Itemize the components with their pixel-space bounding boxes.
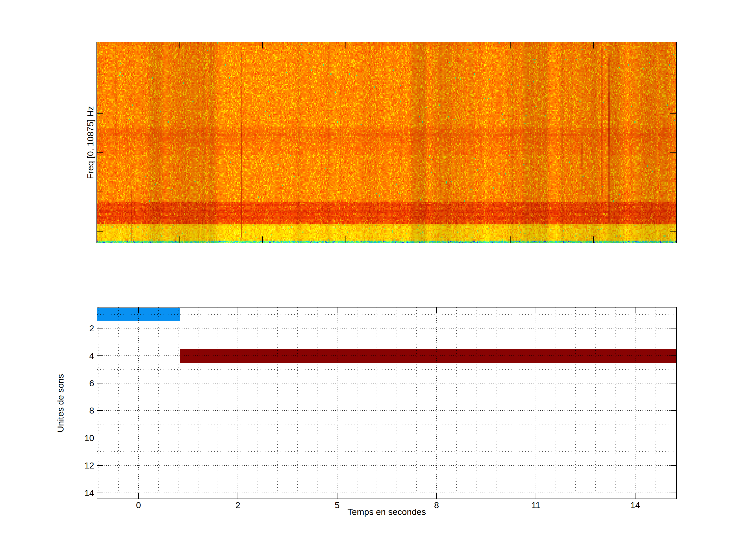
- spectrogram-y-tick-mark: [97, 192, 103, 192]
- grid-line-x-major: [238, 308, 238, 499]
- x-tick-mark: [436, 308, 437, 313]
- y-tick-label: 6: [42, 378, 94, 388]
- grid-line-y-minor: [97, 424, 676, 424]
- grid-line-x-minor: [416, 308, 417, 499]
- grid-line-y-minor: [97, 451, 676, 452]
- bar-unit-4: [180, 349, 676, 363]
- x-tick-label: 0: [136, 500, 141, 510]
- grid-line-x-minor: [99, 308, 99, 499]
- x-tick-label: 11: [531, 500, 540, 510]
- spectrogram-x-tick-mark: [345, 236, 345, 243]
- x-tick-label: 14: [630, 500, 640, 510]
- spectrogram-plot-area: [97, 42, 677, 243]
- grid-line-y-major: [97, 355, 676, 356]
- spectrogram-x-tick-mark: [345, 42, 345, 49]
- y-tick-label: 8: [42, 406, 94, 415]
- spectrogram-y-tick-mark: [670, 113, 676, 113]
- y-tick-mark: [670, 328, 676, 328]
- grid-line-x-minor: [456, 308, 457, 499]
- grid-line-x-minor: [198, 308, 199, 499]
- grid-line-y-major: [97, 465, 676, 465]
- x-tick-mark: [238, 493, 238, 499]
- spectrogram-y-tick-mark: [670, 192, 676, 192]
- y-tick-mark: [670, 355, 676, 356]
- y-tick-mark: [97, 355, 103, 356]
- grid-line-y-major: [97, 437, 676, 438]
- grid-line-x-minor: [575, 308, 576, 499]
- grid-line-x-minor: [377, 308, 377, 499]
- spectrogram-x-tick-mark: [262, 42, 263, 49]
- grid-line-x-minor: [217, 308, 218, 499]
- timeline-plot-area: [97, 307, 677, 499]
- grid-line-x-major: [138, 308, 139, 499]
- grid-line-x-minor: [496, 308, 496, 499]
- spectrogram-y-tick-mark: [97, 113, 103, 113]
- x-tick-label: 2: [235, 500, 240, 510]
- grid-line-x-minor: [396, 308, 397, 499]
- grid-line-x-minor: [158, 308, 159, 499]
- grid-line-y-minor: [97, 342, 676, 342]
- grid-line-y-major: [97, 328, 676, 328]
- spectrogram-y-tick-mark: [97, 231, 103, 232]
- y-tick-mark: [97, 410, 103, 411]
- y-tick-mark: [97, 383, 103, 383]
- x-tick-mark: [138, 493, 139, 499]
- x-tick-mark: [436, 493, 437, 499]
- x-tick-mark: [337, 308, 337, 313]
- spectrogram-x-tick-mark: [428, 236, 428, 243]
- x-tick-mark: [138, 308, 139, 313]
- y-tick-mark: [97, 437, 103, 438]
- y-tick-mark: [97, 328, 103, 328]
- spectrogram-x-tick-mark: [179, 236, 180, 243]
- grid-line-y-major: [97, 383, 676, 383]
- spectrogram-x-tick-mark: [511, 42, 511, 49]
- spectrogram-x-tick-mark: [593, 42, 594, 49]
- x-tick-label: 5: [335, 500, 340, 510]
- spectrogram-x-tick-mark: [179, 42, 180, 49]
- spectrogram-y-axis-label: Freq [0, 10875] Hz: [85, 13, 95, 272]
- grid-line-y-major: [97, 410, 676, 411]
- grid-line-x-minor: [675, 308, 675, 499]
- grid-line-x-major: [436, 308, 437, 499]
- grid-line-x-minor: [476, 308, 476, 499]
- spectrogram-x-tick-mark: [593, 236, 594, 243]
- spectrogram-x-tick-mark: [262, 236, 263, 243]
- y-tick-label: 10: [42, 433, 94, 443]
- spectrogram-x-tick-mark: [511, 236, 511, 243]
- x-tick-mark: [238, 308, 238, 313]
- y-tick-mark: [97, 465, 103, 465]
- figure-canvas: Freq [0, 10875] Hz Unites de sons Temps …: [0, 0, 747, 560]
- spectrogram-x-tick-mark: [428, 42, 428, 49]
- x-tick-label: 8: [434, 500, 439, 510]
- grid-line-y-major: [97, 492, 676, 493]
- y-tick-label: 14: [42, 488, 94, 498]
- y-tick-label: 4: [42, 351, 94, 361]
- grid-line-x-minor: [118, 308, 119, 499]
- grid-line-x-minor: [516, 308, 516, 499]
- grid-line-x-minor: [297, 308, 298, 499]
- grid-line-x-minor: [258, 308, 258, 499]
- y-tick-mark: [670, 383, 676, 383]
- x-tick-mark: [635, 493, 636, 499]
- grid-line-x-minor: [357, 308, 357, 499]
- timeline-x-axis-label: Temps en secondes: [347, 507, 426, 516]
- y-tick-mark: [670, 437, 676, 438]
- grid-line-x-minor: [595, 308, 596, 499]
- grid-line-y-minor: [97, 397, 676, 397]
- y-tick-mark: [670, 410, 676, 411]
- y-tick-mark: [97, 492, 103, 493]
- spectrogram-y-tick-mark: [97, 74, 103, 74]
- spectrogram-image: [97, 42, 676, 243]
- grid-line-x-major: [536, 308, 536, 499]
- y-tick-label: 12: [42, 461, 94, 470]
- grid-line-x-minor: [277, 308, 278, 499]
- x-tick-mark: [635, 308, 636, 313]
- x-tick-mark: [337, 493, 337, 499]
- x-tick-mark: [536, 308, 536, 313]
- grid-line-x-major: [635, 308, 636, 499]
- grid-line-y-minor: [97, 369, 676, 370]
- grid-line-x-minor: [655, 308, 655, 499]
- grid-line-x-minor: [317, 308, 317, 499]
- grid-line-y-minor: [97, 479, 676, 479]
- spectrogram-y-tick-mark: [670, 153, 676, 153]
